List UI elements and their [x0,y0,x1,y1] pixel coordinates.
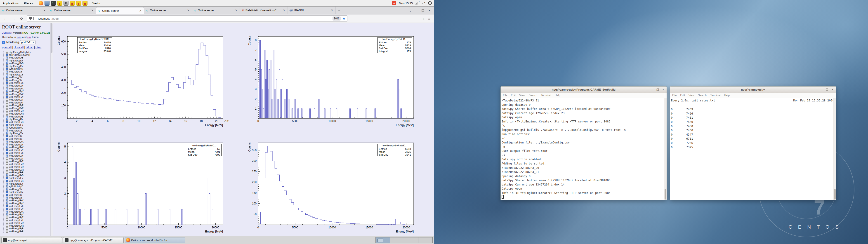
menu-terminal[interactable]: Terminal [541,94,551,97]
midas-launcher-icon[interactable] [76,1,81,6]
tree-item[interactable]: highEnergyXY [5,73,53,76]
tree-item[interactable]: lowEnergyExX [5,199,53,202]
tree-item[interactable]: lowEnergyExB [5,180,53,182]
tree-item[interactable]: highEnergyEx [5,124,53,126]
page-info-icon[interactable] [33,17,36,20]
new-tab-button[interactable]: + [336,6,342,14]
stats-box[interactable]: lowEnergyEyRateD...Entries179Mean5929Std… [377,37,412,53]
tree-item[interactable]: lowEnergyExR [5,230,53,233]
tree-item[interactable]: lowEnergyEyR [5,168,53,171]
places-menu[interactable]: Places [21,0,35,6]
menu-edit[interactable]: Edit [680,94,685,97]
tree-item[interactable]: lowEnergyEyT [5,98,53,101]
tree-item[interactable]: lowEnergyExR [5,165,53,168]
menu-edit[interactable]: Edit [511,94,516,97]
network-icon[interactable] [415,2,419,4]
applications-menu[interactable]: Applications [0,0,21,6]
tab-close-icon[interactable]: ✕ [43,9,46,12]
tree-item[interactable]: highEnergyEx [5,118,53,121]
tree-item[interactable]: lowEnergyXY [5,129,53,132]
bookmark-star-icon[interactable]: ★ [342,17,345,21]
midas-launcher-icon[interactable] [57,1,62,6]
terminal-maximize-button[interactable]: ❐ [826,88,828,91]
tree-item[interactable]: lowEnergyExB [5,174,53,177]
taskbar-button[interactable]: npg@carme-gsi:~ [1,237,62,243]
tree-item[interactable]: lowEnergyExB [5,62,53,65]
taskbar-button[interactable]: Online server — Mozilla Firefox [125,237,185,243]
tab-relativistic-kinematics-c[interactable]: ❋Relativistic Kinematics C✕ [240,6,288,14]
tab-online-server[interactable]: ∿Online server✕ [144,6,192,14]
stats-box[interactable]: lowEnergyEyRateD...Entries6618Mean3235St… [377,144,412,156]
tree-item[interactable]: lowEnergyEyY [5,149,53,152]
menu-terminal[interactable]: Terminal [710,94,720,97]
tree-item[interactable]: lowEnergyEyY [5,90,53,93]
volume-muted-icon[interactable] [422,2,426,5]
tree-item[interactable]: absPulserVsChannel [5,54,53,56]
tree-item[interactable]: highEnergyEx [5,177,53,180]
notification-indicator-icon[interactable]: ◈ [392,1,396,5]
tab-close-icon[interactable]: ✕ [91,9,94,12]
tree-item[interactable]: lowEnergyEyR [5,110,53,112]
jsroot-link[interactable]: JSROOT [2,31,12,34]
reload-button[interactable]: ⟳ [19,17,25,21]
overflow-menu-icon[interactable]: » [423,17,425,21]
terminal-output[interactable]: Every 2.0s: tail rates.txtMon Feb 19 15:… [670,98,836,200]
tree-item[interactable]: lowEnergyExR [5,171,53,174]
tree-item[interactable]: lowEnergyXY [5,70,53,73]
tab-ibandl[interactable]: IBANDL✕ [288,6,336,14]
workspace-1[interactable] [376,238,390,243]
terminal-title-bar[interactable]: npg@carme-gsi:~/Programs/CARME_Sort/buil… [501,87,666,93]
window-close-button[interactable]: ✕ [428,9,431,12]
tree-item[interactable]: lowEnergyEyR [5,227,53,230]
tree-item[interactable]: lowEnergyEyR [5,222,53,224]
tree-item[interactable]: xyMultiplicityD [5,67,53,70]
tree-item[interactable]: lowEnergyExX [5,210,53,213]
terminal-close-button[interactable]: ✕ [831,88,834,91]
tree-item[interactable]: lowEnergyEyT [5,157,53,160]
menu-file[interactable]: File [672,94,677,97]
tree-item[interactable]: lowEnergyEyR [5,104,53,106]
tree-item[interactable]: lowEnergyExR [5,107,53,110]
tree-item[interactable]: lowEnergyExX [5,87,53,90]
reload-link[interactable]: reload [26,46,33,49]
tree-item[interactable]: lowEnergyEyY [5,202,53,205]
tree-item[interactable]: lowEnergyEyT [5,216,53,219]
tree-item[interactable]: lowEnergyExB [5,57,53,59]
power-icon[interactable] [428,1,432,5]
xml-link[interactable]: xml [27,36,31,38]
tree-item[interactable]: highEnergyEx [5,182,53,185]
menu-search[interactable]: Search [698,94,707,97]
tree-item[interactable]: lowEnergyExR [5,113,53,115]
tree-item[interactable]: lowEnergyEyY [5,154,53,157]
tree-item[interactable]: lowEnergyEyY [5,85,53,87]
tree-item[interactable]: lowEnergyExX [5,93,53,96]
tab-close-icon[interactable]: ✕ [331,9,334,12]
tree-item[interactable]: lowEnergyXY [5,79,53,82]
stats-box[interactable]: lowEnergyEyRateD...Entries59Mean7591Std … [187,144,221,156]
firefox-launcher-icon[interactable] [39,1,43,5]
camera-launcher-icon[interactable] [64,1,68,6]
terminal-scrollbar[interactable] [664,98,666,200]
clock[interactable]: Mon 15:35 [399,2,413,5]
tab-list-button[interactable]: ⌄ [409,9,412,12]
url-bar[interactable]: localhost:8085 80% ★ [27,16,347,22]
menu-help[interactable]: Help [724,94,730,97]
zoom-level-badge[interactable]: 80% [333,17,341,21]
tree-item[interactable]: lowEnergyXY [5,188,53,191]
tree-item[interactable]: lowEnergyExX [5,141,53,143]
tab-online-server[interactable]: ∿Online server✕ [48,6,96,14]
terminal-maximize-button[interactable]: ❐ [656,88,659,91]
terminal-output[interactable]: /TapeData/G22-88/R3_21 Opening dataspy 0… [501,98,666,200]
hamburger-menu-icon[interactable]: ≡ [428,17,430,21]
terminal-title-bar[interactable]: npg@carme-gsi:~–❐✕ [670,87,836,93]
menu-help[interactable]: Help [555,94,560,97]
tree-item[interactable]: lowEnergyEyY [5,96,53,98]
tree-item[interactable]: lowEnergyExT [5,101,53,104]
tree-item[interactable]: lowEnergyExX [5,152,53,154]
midas-launcher-icon[interactable] [83,1,88,6]
open-all-link[interactable]: open all [2,46,11,49]
tree-item[interactable]: lowEnergyXY [5,196,53,199]
tree-item[interactable]: highEnergyMultiplicity [5,51,53,54]
tree-item[interactable]: highEnergyXY [5,191,53,194]
tree-item[interactable]: lowEnergyExT [5,219,53,221]
